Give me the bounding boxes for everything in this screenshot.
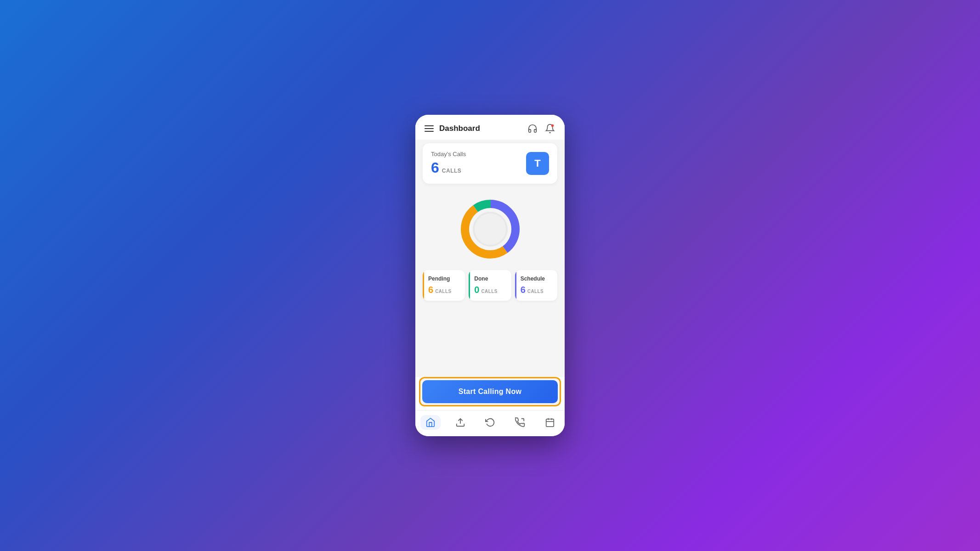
todays-calls-card: Today's Calls 6 CALLS T (423, 143, 557, 184)
header-left: Dashboard (425, 124, 480, 133)
calls-text: CALLS (442, 168, 462, 174)
chart-container (423, 190, 557, 264)
start-calling-highlight: Start Calling Now (419, 377, 561, 406)
avatar: T (526, 152, 549, 175)
schedule-count-row: 6 CALLS (521, 285, 552, 295)
nav-item-history[interactable] (480, 415, 500, 430)
stats-row: Pending 6 CALLS Done 0 CALLS Schedule 6 … (423, 270, 557, 301)
nav-item-upload[interactable] (450, 415, 470, 430)
upload-icon (455, 417, 466, 428)
headset-icon[interactable] (527, 123, 538, 134)
phone-frame: Dashboard Today's Calls (415, 115, 565, 436)
bell-icon[interactable] (544, 123, 555, 134)
done-count-row: 0 CALLS (474, 285, 505, 295)
pending-calls-text: CALLS (435, 289, 451, 294)
stat-card-schedule: Schedule 6 CALLS (515, 270, 557, 301)
schedule-number: 6 (521, 285, 526, 295)
pending-label: Pending (428, 276, 459, 282)
todays-calls-count: 6 CALLS (431, 159, 466, 176)
schedule-calls-text: CALLS (527, 289, 544, 294)
pending-count-row: 6 CALLS (428, 285, 459, 295)
bottom-nav (415, 410, 565, 436)
stat-card-done: Done 0 CALLS (469, 270, 511, 301)
start-calling-button[interactable]: Start Calling Now (422, 380, 558, 403)
svg-point-0 (551, 124, 554, 127)
main-content: Today's Calls 6 CALLS T (415, 140, 565, 377)
phone-icon (515, 417, 526, 428)
done-label: Done (474, 276, 505, 282)
donut-chart (456, 195, 525, 264)
nav-item-calendar[interactable] (540, 415, 560, 430)
todays-calls-info: Today's Calls 6 CALLS (431, 151, 466, 176)
page-title: Dashboard (439, 124, 480, 133)
done-calls-text: CALLS (481, 289, 497, 294)
svg-point-6 (475, 214, 506, 245)
stat-card-pending: Pending 6 CALLS (423, 270, 465, 301)
nav-item-calls[interactable] (510, 415, 530, 430)
history-icon (485, 417, 496, 428)
hamburger-icon[interactable] (425, 125, 434, 132)
done-number: 0 (474, 285, 479, 295)
home-icon (425, 417, 436, 428)
pending-number: 6 (428, 285, 433, 295)
header: Dashboard (415, 115, 565, 140)
header-icons (527, 123, 555, 134)
calendar-icon (544, 417, 555, 428)
calls-number: 6 (431, 159, 439, 176)
svg-rect-10 (546, 419, 554, 427)
schedule-label: Schedule (521, 276, 552, 282)
todays-calls-label: Today's Calls (431, 151, 466, 157)
nav-item-home[interactable] (420, 415, 441, 430)
